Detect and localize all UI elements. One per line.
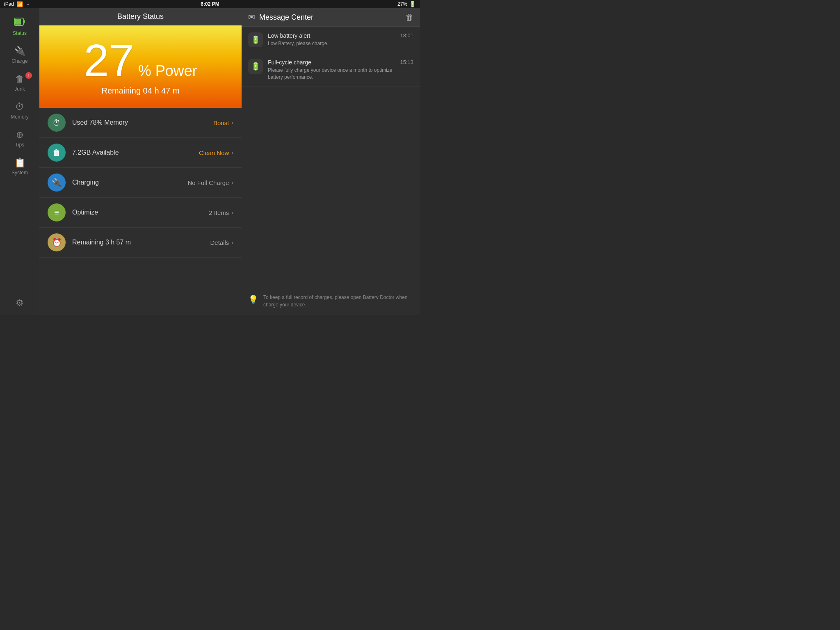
trash-button[interactable]: 🗑 <box>405 13 413 22</box>
status-bar-left: iPad 📶 ··· <box>4 1 29 7</box>
app-container: Status 🔌 Charge 1 🗑 Junk ⏱ Memory ⊕ Tips… <box>0 8 420 315</box>
clean-now-action[interactable]: Clean Now › <box>199 149 233 156</box>
sidebar-tips-label: Tips <box>15 142 24 148</box>
items-chevron: › <box>231 209 233 216</box>
sidebar-item-tips[interactable]: ⊕ Tips <box>0 125 39 153</box>
sidebar-system-label: System <box>11 170 28 176</box>
battery-panel: 27 % Power Remaining 04 h 47 m <box>39 25 242 108</box>
storage-row-icon-symbol: 🗑 <box>52 148 61 158</box>
message-item-low-battery[interactable]: 🔋 Low battery alert Low Battery, please … <box>242 27 420 53</box>
battery-number: 27 <box>84 38 134 83</box>
low-battery-icon-wrap: 🔋 <box>248 32 263 47</box>
battery-remaining: Remaining 04 h 47 m <box>101 86 179 96</box>
sidebar-item-system[interactable]: 📋 System <box>0 153 39 180</box>
message-list: 🔋 Low battery alert Low Battery, please … <box>242 27 420 287</box>
tips-icon: ⊕ <box>16 130 23 140</box>
sidebar-item-junk[interactable]: 1 🗑 Junk <box>0 69 39 97</box>
status-bar-time: 6:02 PM <box>201 1 219 7</box>
low-battery-title: Low battery alert <box>268 32 395 39</box>
low-battery-time: 18:01 <box>400 32 413 39</box>
memory-row-label: Used 78% Memory <box>72 119 213 126</box>
junk-badge: 1 <box>25 72 32 79</box>
optimize-row-icon-symbol: ≡ <box>54 208 59 217</box>
low-battery-content: Low battery alert Low Battery, please ch… <box>268 32 395 47</box>
details-chevron: › <box>231 239 233 246</box>
status-bar-right: 27% 🔋 <box>397 1 416 7</box>
sidebar-item-charge[interactable]: 🔌 Charge <box>0 41 39 69</box>
remaining-row-icon-symbol: ⏰ <box>52 237 62 247</box>
memory-row-icon-symbol: ⏱ <box>52 118 61 128</box>
wifi-icon: 📶 <box>16 1 23 7</box>
main-title: Battery Status <box>117 12 164 21</box>
no-full-charge-chevron: › <box>231 179 233 186</box>
message-item-full-cycle[interactable]: 🔋 Full-cycle charge Please fully charge … <box>242 53 420 87</box>
svg-rect-1 <box>15 19 21 25</box>
message-center-header: ✉ Message Center 🗑 <box>242 8 420 27</box>
sidebar-junk-label: Junk <box>14 86 25 92</box>
optimize-row[interactable]: ≡ Optimize 2 Items › <box>39 198 242 228</box>
full-cycle-time: 15:13 <box>400 59 413 65</box>
status-icon <box>14 17 25 29</box>
charging-row[interactable]: 🔌 Charging No Full Charge › <box>39 168 242 198</box>
memory-row[interactable]: ⏱ Used 78% Memory Boost › <box>39 108 242 138</box>
clean-now-chevron: › <box>231 149 233 156</box>
junk-icon: 🗑 <box>15 74 24 84</box>
sidebar-memory-label: Memory <box>11 114 28 120</box>
storage-row[interactable]: 🗑 7.2GB Available Clean Now › <box>39 138 242 168</box>
boost-label: Boost <box>213 119 229 126</box>
tip-icon: 💡 <box>248 294 258 304</box>
charging-row-icon-symbol: 🔌 <box>52 178 62 187</box>
sidebar-charge-label: Charge <box>11 58 27 64</box>
message-center-title-group: ✉ Message Center <box>248 12 313 22</box>
full-cycle-icon-wrap: 🔋 <box>248 59 263 74</box>
tip-text: To keep a full record of charges, please… <box>263 294 413 308</box>
storage-row-icon: 🗑 <box>48 144 66 162</box>
optimize-row-label: Optimize <box>72 209 209 216</box>
items-action[interactable]: 2 Items › <box>209 209 233 216</box>
battery-percent-label: 27% <box>397 1 407 7</box>
optimize-row-icon: ≡ <box>48 203 66 221</box>
memory-icon: ⏱ <box>15 102 24 112</box>
no-full-charge-label: No Full Charge <box>187 179 229 186</box>
battery-percent-display: 27 % Power <box>84 38 197 83</box>
boost-chevron: › <box>231 119 233 126</box>
message-center-title: Message Center <box>259 13 313 22</box>
sidebar-item-memory[interactable]: ⏱ Memory <box>0 97 39 125</box>
signal-icon: ··· <box>25 2 29 7</box>
items-label: 2 Items <box>209 209 229 216</box>
svg-rect-2 <box>23 20 25 23</box>
main-header: Battery Status <box>39 8 242 25</box>
low-battery-message-icon: 🔋 <box>251 35 260 44</box>
sidebar: Status 🔌 Charge 1 🗑 Junk ⏱ Memory ⊕ Tips… <box>0 8 39 315</box>
full-cycle-body: Please fully charge your device once a m… <box>268 67 395 81</box>
remaining-row-label: Remaining 3 h 57 m <box>72 239 210 246</box>
memory-row-icon: ⏱ <box>48 114 66 132</box>
settings-icon: ⚙ <box>16 298 24 308</box>
low-battery-body: Low Battery, please charge. <box>268 40 395 47</box>
device-label: iPad <box>4 1 14 7</box>
status-bar: iPad 📶 ··· 6:02 PM 27% 🔋 <box>0 0 420 8</box>
info-rows: ⏱ Used 78% Memory Boost › 🗑 7.2GB Availa… <box>39 108 242 315</box>
clean-now-label: Clean Now <box>199 149 229 156</box>
full-cycle-content: Full-cycle charge Please fully charge yo… <box>268 59 395 81</box>
full-cycle-message-icon: 🔋 <box>251 62 260 71</box>
charging-row-icon: 🔌 <box>48 173 66 192</box>
tip-footer: 💡 To keep a full record of charges, plea… <box>242 287 420 315</box>
battery-unit: % Power <box>138 62 197 80</box>
sidebar-status-label: Status <box>13 30 27 36</box>
remaining-row-icon: ⏰ <box>48 233 66 251</box>
sidebar-item-status[interactable]: Status <box>0 12 39 41</box>
main-content: Battery Status 27 % Power Remaining 04 h… <box>39 8 242 315</box>
storage-row-label: 7.2GB Available <box>72 149 199 156</box>
charging-row-label: Charging <box>72 179 187 186</box>
boost-action[interactable]: Boost › <box>213 119 233 126</box>
remaining-row[interactable]: ⏰ Remaining 3 h 57 m Details › <box>39 228 242 258</box>
battery-status-icon: 🔋 <box>409 1 416 7</box>
system-icon: 📋 <box>14 158 25 168</box>
full-cycle-title: Full-cycle charge <box>268 59 395 66</box>
settings-button[interactable]: ⚙ <box>0 291 39 315</box>
right-panel: ✉ Message Center 🗑 🔋 Low battery alert L… <box>242 8 420 315</box>
no-full-charge-action[interactable]: No Full Charge › <box>187 179 233 186</box>
details-action[interactable]: Details › <box>210 239 233 246</box>
details-label: Details <box>210 239 229 246</box>
